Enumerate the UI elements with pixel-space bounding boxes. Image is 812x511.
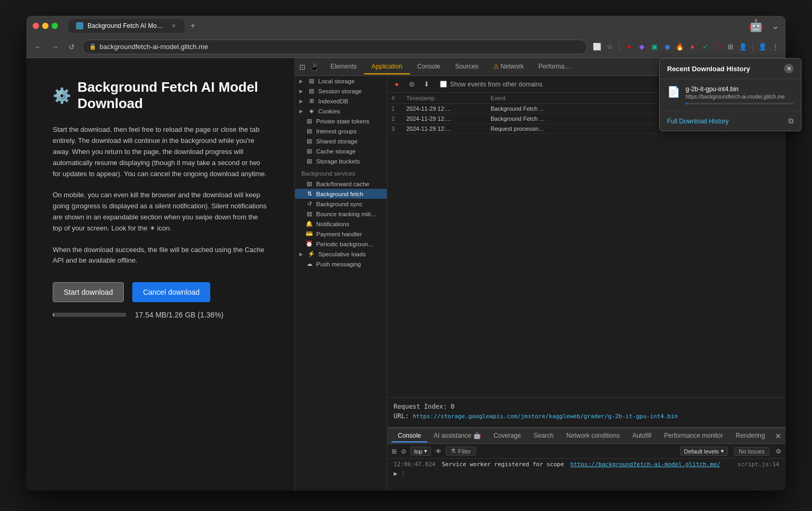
progress-text: 17.54 MB/1.26 GB (1.36%) — [135, 311, 223, 319]
console-prompt[interactable]: ▶ | — [394, 470, 779, 477]
show-other-domains-checkbox[interactable] — [440, 81, 447, 88]
sidebar-item-bg-fetch[interactable]: ⇅ Background fetch — [295, 189, 387, 199]
popup-progress-fill — [686, 103, 687, 104]
payment-icon: 💳 — [306, 230, 313, 237]
full-download-history-link[interactable]: Full Download History — [667, 118, 729, 125]
bucket-icon: ▤ — [306, 158, 313, 165]
sidebar-item-interest[interactable]: ▤ Interest groups — [295, 126, 387, 136]
sidebar-item-session-storage[interactable]: ▶ ▤ Session storage — [295, 86, 387, 96]
sidebar-item-cookies[interactable]: ▶ ◈ Cookies — [295, 106, 387, 116]
devtools-device-icon[interactable]: 📱 — [310, 63, 319, 71]
url-value[interactable]: https://storage.googleapis.com/jmstore/k… — [413, 413, 678, 420]
request-index-label: Request Index: 0 — [394, 403, 779, 410]
popup-title: Recent Download History — [667, 65, 750, 73]
console-eye-icon[interactable]: 👁 — [435, 448, 442, 455]
ext-icon-3[interactable]: ▣ — [649, 42, 660, 52]
browser-menu-button[interactable]: ⋮ — [770, 42, 780, 52]
sidebar-item-storage-buckets[interactable]: ▤ Storage buckets — [295, 156, 387, 166]
tab-application[interactable]: Application — [364, 60, 410, 74]
popup-header: Recent Download History ✕ — [660, 59, 801, 79]
sidebar-item-shared-storage[interactable]: ▤ Shared storage — [295, 136, 387, 146]
cancel-download-button[interactable]: Cancel download — [132, 282, 210, 302]
popup-close-button[interactable]: ✕ — [784, 64, 794, 73]
minimize-button[interactable] — [42, 23, 48, 29]
start-download-button[interactable]: Start download — [53, 282, 124, 302]
popup-file-info: g-2b-it-gpu-int4.bin https://backgroundf… — [686, 85, 794, 104]
bookmark-icon[interactable]: ☆ — [604, 42, 615, 52]
sidebar-item-speculative[interactable]: ▶ ⚡ Speculative loads — [295, 249, 387, 259]
tab-elements[interactable]: Elements — [323, 60, 364, 74]
forward-button[interactable]: → — [48, 41, 61, 53]
ext-icon-7[interactable]: ✓ — [700, 42, 710, 52]
browser-menu-icon[interactable]: ⌄ — [771, 20, 779, 32]
tab-sources[interactable]: Sources — [448, 60, 486, 74]
tab-network[interactable]: ⚠ Network — [486, 60, 531, 74]
console-tab-network-conditions[interactable]: Network conditions — [560, 430, 626, 442]
ext-icon-5[interactable]: 🔥 — [674, 42, 685, 52]
devtools-inspect-icon[interactable]: ⊡ — [299, 63, 306, 71]
console-settings-icon[interactable]: ⚙ — [776, 448, 781, 455]
sidebar-item-periodic[interactable]: ⏰ Periodic backgroun… — [295, 239, 387, 249]
sidebar-item-bounce[interactable]: ▤ Bounce tracking miti… — [295, 209, 387, 219]
refresh-button[interactable]: ↺ — [65, 41, 78, 53]
devtools-bottom: Console AI assistance 🤖 Coverage Search … — [387, 427, 786, 490]
sidebar-item-private-state[interactable]: ▤ Private state tokens — [295, 116, 387, 126]
console-context-selector[interactable]: top ▾ — [410, 447, 431, 456]
sidebar-item-local-storage[interactable]: ▶ ▤ Local storage — [295, 76, 387, 86]
new-tab-button[interactable]: + — [187, 20, 199, 32]
ext-icon-6[interactable]: ♦ — [687, 42, 698, 52]
tab-close-icon[interactable]: ✕ — [171, 22, 177, 30]
log-file[interactable]: script.js:14 — [738, 461, 779, 468]
console-tab-autofill[interactable]: Autofill — [626, 430, 658, 442]
ext-icon-9[interactable]: ⊞ — [725, 42, 736, 52]
show-other-domains-label[interactable]: Show events from other domains — [440, 81, 542, 88]
console-tab-ai[interactable]: AI assistance 🤖 — [427, 430, 487, 442]
console-sidebar-icon[interactable]: ⊞ — [392, 448, 397, 455]
ext-icon-4[interactable]: ◉ — [662, 42, 672, 52]
console-log-line: 12:06:47.024 Service worker registered f… — [394, 461, 779, 468]
clear-button[interactable]: ⊘ — [406, 79, 417, 90]
share-icon[interactable]: ⬜ — [592, 42, 602, 52]
console-tab-rendering[interactable]: Rendering — [729, 430, 771, 442]
bg-services-header: Background services — [295, 166, 387, 179]
sidebar-item-notifications[interactable]: 🔔 Notifications — [295, 219, 387, 229]
tab-console[interactable]: Console — [410, 60, 448, 74]
interest-icon: ▤ — [306, 128, 313, 134]
sidebar-item-cache-storage[interactable]: ▤ Cache storage — [295, 146, 387, 156]
ext-icon-1[interactable]: ● — [624, 42, 634, 52]
sidebar-item-push[interactable]: ☁ Push messaging — [295, 259, 387, 269]
chevron-down-icon: ▾ — [721, 448, 724, 455]
sidebar-item-payment[interactable]: 💳 Payment handler — [295, 229, 387, 239]
tab-performance[interactable]: Performa… — [531, 60, 578, 74]
url-label: URL: https://storage.googleapis.com/jmst… — [394, 412, 779, 420]
log-link[interactable]: https://backgroundfetch-ai-model.glitch.… — [570, 461, 720, 468]
shared-icon: ▤ — [306, 138, 313, 144]
console-clear-icon[interactable]: ⊘ — [401, 448, 406, 455]
maximize-button[interactable] — [52, 23, 58, 29]
console-tab-search[interactable]: Search — [527, 430, 560, 442]
back-button[interactable]: ← — [32, 41, 44, 53]
external-link-icon[interactable]: ⧉ — [788, 117, 794, 126]
active-tab[interactable]: 🌐 Background Fetch AI Model D… ✕ — [69, 19, 184, 33]
ext-icon-10[interactable]: 👤 — [738, 42, 748, 52]
address-bar[interactable]: 🔒 backgroundfetch-ai-model.glitch.me — [82, 40, 588, 54]
download-button[interactable]: ⬇ — [421, 79, 432, 90]
sidebar-item-indexeddb[interactable]: ▶ ⊞ IndexedDB — [295, 96, 387, 106]
console-close-icon[interactable]: ✕ — [775, 432, 781, 440]
progress-track — [53, 313, 126, 317]
sidebar-item-bg-sync[interactable]: ↺ Background sync — [295, 199, 387, 209]
console-tab-perf[interactable]: Performance monitor — [658, 430, 729, 442]
ext-icon-2[interactable]: ◆ — [637, 42, 647, 52]
close-button[interactable] — [33, 23, 39, 29]
sidebar-item-back-forward[interactable]: ▤ Back/forward cache — [295, 179, 387, 189]
popup-footer: Full Download History ⧉ — [660, 111, 801, 131]
file-icon: 📄 — [667, 85, 680, 98]
cookie-icon: ◈ — [308, 108, 315, 114]
ext-icon-8[interactable]: 🛡 — [712, 42, 723, 52]
console-filter-input[interactable]: ⚗ Filter — [446, 447, 475, 456]
profile-icon[interactable]: 👤 — [757, 42, 768, 52]
console-tab-coverage[interactable]: Coverage — [487, 430, 527, 442]
console-tab-console[interactable]: Console — [392, 430, 427, 442]
record-button[interactable]: ● — [392, 79, 402, 90]
console-levels-selector[interactable]: Default levels ▾ — [680, 447, 728, 456]
